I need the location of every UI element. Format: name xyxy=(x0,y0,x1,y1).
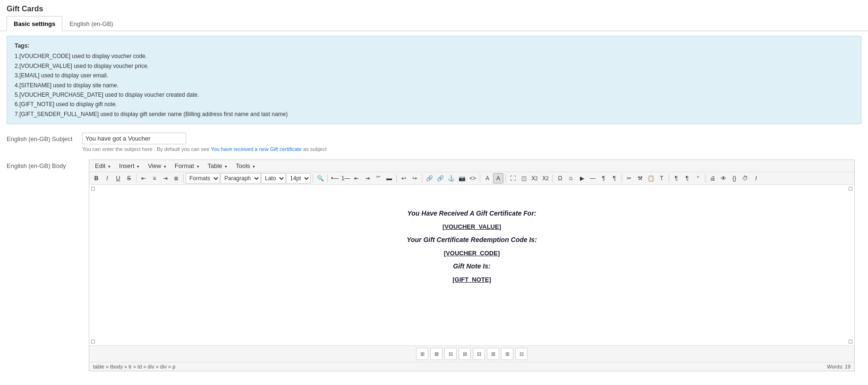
table-tb-delete-col[interactable]: ⊟ xyxy=(473,348,485,360)
table-tb-delete-table[interactable]: ⊠ xyxy=(430,348,443,360)
editor-statusbar: table » tbody » tr » td » div » div » p … xyxy=(89,362,854,371)
tag-item-3: 3.[EMAIL] used to display user email. xyxy=(15,71,853,80)
toolbar-quote-block[interactable]: “ xyxy=(693,173,703,184)
toolbar-sep-8 xyxy=(505,174,506,183)
toolbar-blockquote[interactable]: “” xyxy=(373,173,383,184)
toolbar-nonbreak[interactable]: ¶ xyxy=(609,173,620,184)
toolbar-sep-6 xyxy=(422,174,422,183)
toolbar-table-insert[interactable]: ◫ xyxy=(519,173,529,184)
toolbar-align-justify[interactable]: ≣ xyxy=(171,173,181,184)
toolbar-media[interactable]: ▶ xyxy=(577,173,587,184)
toolbar-fullscreen[interactable]: ⛶ xyxy=(508,173,518,184)
tag-item-6: 6.[GIFT_NOTE] used to display gift note. xyxy=(15,100,853,109)
toolbar-paragraph-select[interactable]: Paragraph xyxy=(221,173,261,184)
toolbar-code[interactable]: <> xyxy=(468,173,478,184)
toolbar-list-unordered[interactable]: •— xyxy=(330,173,340,184)
toolbar-sep-12 xyxy=(705,174,706,183)
toolbar-paste-text[interactable]: T xyxy=(656,173,667,184)
toolbar-italic2[interactable]: I xyxy=(751,173,761,184)
toolbar-align-block[interactable]: ▬ xyxy=(384,173,394,184)
subject-row: English (en-GB) Subject You can enter th… xyxy=(0,129,868,156)
toolbar-image[interactable]: 📷 xyxy=(457,173,467,184)
toolbar-link[interactable]: 🔗 xyxy=(424,173,434,184)
menu-table[interactable]: Table ▾ xyxy=(204,161,231,171)
toolbar-formats-select[interactable]: Formats xyxy=(186,173,220,184)
tag-item-1: 1.[VOUCHER_CODE] used to display voucher… xyxy=(15,51,853,61)
toolbar-font-color[interactable]: A xyxy=(482,173,493,184)
table-tb-insert-col-after[interactable]: ⊞ xyxy=(501,348,513,360)
tab-basic-settings[interactable]: Basic settings xyxy=(7,16,62,31)
tab-bar: Basic settings English (en-GB) xyxy=(0,16,868,31)
toolbar-align-center[interactable]: ≡ xyxy=(149,173,160,184)
toolbar-template[interactable]: {} xyxy=(729,173,740,184)
subject-label: English (en-GB) Subject xyxy=(7,133,82,142)
email-line1: You Have Received A Gift Certificate For… xyxy=(316,209,628,217)
toolbar-subscript[interactable]: X2 xyxy=(529,173,540,184)
subject-default-text: You have received a new Gift certificate xyxy=(211,146,302,152)
toolbar-font-select[interactable]: Lato xyxy=(261,173,286,184)
page-title: Gift Cards xyxy=(0,0,868,16)
menu-tools[interactable]: Tools ▾ xyxy=(232,161,259,171)
toolbar-paste[interactable]: 📋 xyxy=(646,173,656,184)
toolbar-undo[interactable]: ↩ xyxy=(399,173,409,184)
email-line2: [VOUCHER_VALUE] xyxy=(316,223,628,230)
email-line3: Your Gift Certificate Redemption Code Is… xyxy=(316,236,628,243)
toolbar-unlink[interactable]: 🔗 xyxy=(435,173,445,184)
toolbar-cut[interactable]: ✂ xyxy=(624,173,634,184)
toolbar-search[interactable]: 🔍 xyxy=(315,173,325,184)
table-tb-grid[interactable]: ⊞ xyxy=(416,348,428,360)
toolbar-paragraph-mark2[interactable]: ¶ xyxy=(682,173,692,184)
toolbar-special-char[interactable]: Ω xyxy=(555,173,565,184)
table-tb-insert-row-above[interactable]: ⊞ xyxy=(459,348,471,360)
body-row: English (en-GB) Body Edit ▾ Insert ▾ Vie… xyxy=(0,156,868,380)
subject-input[interactable] xyxy=(82,133,186,144)
toolbar-underline[interactable]: U xyxy=(113,173,123,184)
toolbar-strikethrough[interactable]: S xyxy=(124,173,134,184)
toolbar-sep-3 xyxy=(313,174,313,183)
menu-edit[interactable]: Edit ▾ xyxy=(91,161,114,171)
tag-item-7: 7.[GIFT_SENDER_FULL_NAME] used to displa… xyxy=(15,109,853,119)
tag-item-2: 2.[VOUCHER_VALUE] used to display vouche… xyxy=(15,61,853,71)
editor-container: Edit ▾ Insert ▾ View ▾ Format ▾ Table ▾ … xyxy=(82,159,861,376)
toolbar-copy[interactable]: ⚒ xyxy=(635,173,645,184)
email-line4: [VOUCHER_CODE] xyxy=(316,249,628,257)
toolbar-indent[interactable]: ⇥ xyxy=(362,173,373,184)
toolbar-list-ordered[interactable]: 1— xyxy=(340,173,351,184)
editor-toolbar: B I U S ⇤ ≡ ⇥ ≣ Formats Paragraph Lato xyxy=(89,172,854,185)
menu-insert[interactable]: Insert ▾ xyxy=(115,161,143,171)
editor-menubar: Edit ▾ Insert ▾ View ▾ Format ▾ Table ▾ … xyxy=(89,160,854,172)
toolbar-pagebreak[interactable]: ¶ xyxy=(598,173,609,184)
email-line5: Gift Note Is: xyxy=(316,262,628,270)
toolbar-size-select[interactable]: 14pt xyxy=(286,173,311,184)
editor-word-count: Words: 19 xyxy=(827,364,851,369)
toolbar-timer[interactable]: ⏱ xyxy=(740,173,750,184)
subject-hint: You can enter the subject here . By defa… xyxy=(82,146,861,152)
toolbar-anchor[interactable]: ⚓ xyxy=(446,173,456,184)
toolbar-emoji[interactable]: ☺ xyxy=(566,173,576,184)
toolbar-paragraph-mark[interactable]: ¶ xyxy=(671,173,681,184)
body-label: English (en-GB) Body xyxy=(7,159,82,169)
toolbar-sep-10 xyxy=(621,174,622,183)
toolbar-preview[interactable]: 👁 xyxy=(718,173,729,184)
subject-field-wrapper: You can enter the subject here . By defa… xyxy=(82,133,861,152)
menu-view[interactable]: View ▾ xyxy=(144,161,170,171)
toolbar-print[interactable]: 🖨 xyxy=(707,173,718,184)
toolbar-italic[interactable]: I xyxy=(102,173,112,184)
table-tb-delete-row[interactable]: ⊟ xyxy=(444,348,457,360)
toolbar-bg-color[interactable]: A xyxy=(493,173,503,184)
resize-handle-bl xyxy=(91,340,95,343)
toolbar-align-right[interactable]: ⇥ xyxy=(160,173,170,184)
toolbar-redo[interactable]: ↪ xyxy=(409,173,420,184)
toolbar-superscript[interactable]: X2 xyxy=(540,173,551,184)
tag-item-5: 5.[VOUCHER_PURCHASE_DATE] used to displa… xyxy=(15,90,853,100)
menu-format[interactable]: Format ▾ xyxy=(171,161,203,171)
tab-english-gb[interactable]: English (en-GB) xyxy=(62,16,120,31)
editor-body[interactable]: You Have Received A Gift Certificate For… xyxy=(89,185,854,345)
table-toolbar: ⊞ ⊠ ⊟ ⊞ ⊟ ⊞ ⊞ ⊟ xyxy=(89,345,854,362)
toolbar-outdent[interactable]: ⇤ xyxy=(351,173,362,184)
toolbar-bold[interactable]: B xyxy=(91,173,102,184)
toolbar-hr[interactable]: ― xyxy=(587,173,598,184)
table-tb-merge-cells[interactable]: ⊟ xyxy=(515,348,528,360)
table-tb-insert-col-before[interactable]: ⊞ xyxy=(487,348,499,360)
toolbar-align-left[interactable]: ⇤ xyxy=(138,173,149,184)
